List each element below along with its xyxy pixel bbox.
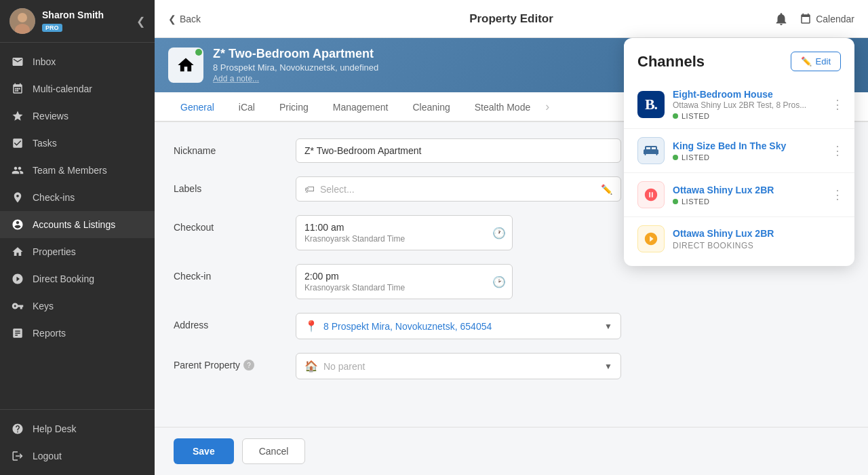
- sidebar-header: Sharon Smith PRO ❮: [0, 0, 155, 43]
- pro-badge: PRO: [42, 24, 62, 32]
- tab-management[interactable]: Management: [321, 92, 401, 122]
- channels-title: Channels: [637, 53, 705, 71]
- form-actions: Save Cancel: [155, 427, 868, 475]
- cancel-button[interactable]: Cancel: [242, 438, 306, 464]
- channel-status: LISTED: [673, 112, 841, 120]
- sidebar-item-help-desk[interactable]: Help Desk: [0, 415, 155, 442]
- status-text: LISTED: [682, 153, 710, 162]
- accounts-icon: [11, 218, 24, 231]
- labels-label: Labels: [174, 176, 282, 194]
- sidebar-item-label: Help Desk: [33, 423, 77, 434]
- sidebar-item-label: Inbox: [33, 56, 56, 67]
- address-label: Address: [174, 313, 282, 330]
- check-square-icon: [11, 136, 24, 150]
- sidebar-item-accounts-listings[interactable]: Accounts & Listings: [0, 211, 155, 238]
- svg-rect-6: [15, 90, 16, 92]
- svg-rect-7: [17, 90, 18, 92]
- channel-item-king-size[interactable]: King Size Bed In The Sky LISTED ⋮: [624, 129, 854, 173]
- key-icon: [11, 299, 24, 313]
- sidebar-item-logout[interactable]: Logout: [0, 442, 155, 470]
- star-icon: [11, 109, 24, 123]
- booking-logo: B.: [637, 91, 665, 118]
- tab-stealth-mode[interactable]: Stealth Mode: [462, 92, 543, 122]
- sidebar-item-label: Tasks: [33, 138, 57, 149]
- chevron-left-icon: ❮: [168, 14, 176, 24]
- notification-button[interactable]: [774, 12, 789, 26]
- topbar-title: Property Editor: [469, 12, 553, 26]
- sidebar-collapse-button[interactable]: ❮: [136, 15, 145, 28]
- sidebar-item-reports[interactable]: Reports: [0, 320, 155, 347]
- direct-bookings-text: DIRECT BOOKINGS: [673, 241, 841, 250]
- channels-edit-button[interactable]: ✏️ Edit: [791, 52, 841, 71]
- channel-item-ottawa-airbnb[interactable]: Ottawa Shiny Lux 2BR LISTED ⋮: [624, 173, 854, 217]
- label-icon: 🏷: [304, 183, 315, 195]
- parent-property-select[interactable]: 🏠 No parent ▼: [296, 353, 621, 379]
- airbnb-logo: [637, 181, 665, 208]
- tab-general[interactable]: General: [168, 92, 226, 122]
- team-icon: [11, 164, 24, 177]
- topbar-left: ❮ Back: [168, 14, 201, 24]
- save-button[interactable]: Save: [174, 438, 234, 464]
- back-button[interactable]: ❮ Back: [168, 14, 201, 24]
- sidebar-item-inbox[interactable]: Inbox: [0, 48, 155, 75]
- calendar-label: Calendar: [816, 14, 854, 24]
- svg-rect-4: [17, 88, 18, 90]
- labels-placeholder: Select...: [320, 184, 355, 195]
- sidebar-item-label: Accounts & Listings: [33, 219, 115, 230]
- avatar: [9, 8, 35, 34]
- sidebar-item-label: Team & Members: [33, 165, 107, 176]
- help-icon: [11, 422, 24, 436]
- channel-more-icon[interactable]: ⋮: [831, 187, 844, 202]
- channel-sub: Ottawa Shiny Lux 2BR Test, 8 Pros...: [673, 100, 841, 110]
- channel-status: LISTED: [673, 153, 841, 162]
- sidebar-item-label: Keys: [33, 301, 54, 311]
- sidebar-item-label: Reports: [33, 328, 66, 339]
- svg-point-1: [18, 13, 27, 22]
- sidebar-item-keys[interactable]: Keys: [0, 292, 155, 320]
- address-row: Address 📍 8 Prospekt Mira, Novokuznetsk,…: [174, 313, 849, 339]
- channel-more-icon[interactable]: ⋮: [831, 143, 844, 158]
- nickname-input[interactable]: [296, 138, 621, 163]
- channel-name: King Size Bed In The Sky: [673, 140, 841, 151]
- labels-edit-icon[interactable]: ✏️: [601, 184, 612, 195]
- parent-property-label: Parent Property ?: [174, 353, 282, 370]
- parent-placeholder: No parent: [323, 361, 365, 372]
- nickname-label: Nickname: [174, 138, 282, 156]
- sidebar-item-label: Logout: [33, 451, 62, 461]
- channel-item-ottawa-direct[interactable]: Ottawa Shiny Lux 2BR DIRECT BOOKINGS: [624, 217, 854, 261]
- parent-field-inner: 🏠 No parent: [304, 360, 365, 373]
- edit-label: Edit: [816, 56, 831, 66]
- sidebar-item-properties[interactable]: Properties: [0, 238, 155, 265]
- sidebar-item-reviews[interactable]: Reviews: [0, 102, 155, 130]
- tab-pricing[interactable]: Pricing: [267, 92, 321, 122]
- sidebar-item-tasks[interactable]: Tasks: [0, 130, 155, 157]
- sidebar-item-check-ins[interactable]: Check-ins: [0, 184, 155, 211]
- clock-icon: 🕐: [492, 227, 506, 240]
- channel-item-eight-bedroom[interactable]: B. Eight-Bedroom House Ottawa Shiny Lux …: [624, 81, 854, 129]
- calendar-grid-icon: [11, 82, 24, 96]
- topbar-calendar-button[interactable]: Calendar: [800, 13, 854, 25]
- checkin-label: Check-in: [174, 264, 282, 282]
- labels-control: 🏷 Select... ✏️: [296, 176, 621, 202]
- labels-select[interactable]: 🏷 Select... ✏️: [296, 176, 621, 202]
- sidebar-item-direct-booking[interactable]: Direct Booking: [0, 265, 155, 292]
- checkout-time-field[interactable]: 11:00 am Krasnoyarsk Standard Time: [296, 215, 513, 250]
- address-select-inner: 📍 8 Prospekt Mira, Novokuznetsk, 654054: [304, 320, 492, 332]
- checkin-row: Check-in 2:00 pm Krasnoyarsk Standard Ti…: [174, 264, 849, 299]
- checkout-time: 11:00 am: [304, 222, 504, 233]
- channel-more-icon[interactable]: ⋮: [831, 97, 844, 112]
- checkin-tz: Krasnoyarsk Standard Time: [304, 283, 504, 292]
- home-icon: [11, 245, 24, 259]
- sidebar-item-team-members[interactable]: Team & Members: [0, 157, 155, 184]
- sidebar-item-label: Check-ins: [33, 192, 75, 203]
- channel-info: Eight-Bedroom House Ottawa Shiny Lux 2BR…: [673, 89, 841, 120]
- sidebar-item-multi-calendar[interactable]: Multi-calendar: [0, 75, 155, 102]
- checkin-time-field[interactable]: 2:00 pm Krasnoyarsk Standard Time: [296, 264, 513, 299]
- sidebar: Sharon Smith PRO ❮ Inbox Multi-calendar …: [0, 0, 155, 475]
- tab-cleaning[interactable]: Cleaning: [400, 92, 462, 122]
- address-value: 8 Prospekt Mira, Novokuznetsk, 654054: [323, 321, 492, 332]
- tab-ical[interactable]: iCal: [226, 92, 267, 122]
- property-icon: [168, 48, 203, 83]
- sidebar-user[interactable]: Sharon Smith PRO: [9, 8, 104, 34]
- address-select[interactable]: 📍 8 Prospekt Mira, Novokuznetsk, 654054 …: [296, 313, 621, 339]
